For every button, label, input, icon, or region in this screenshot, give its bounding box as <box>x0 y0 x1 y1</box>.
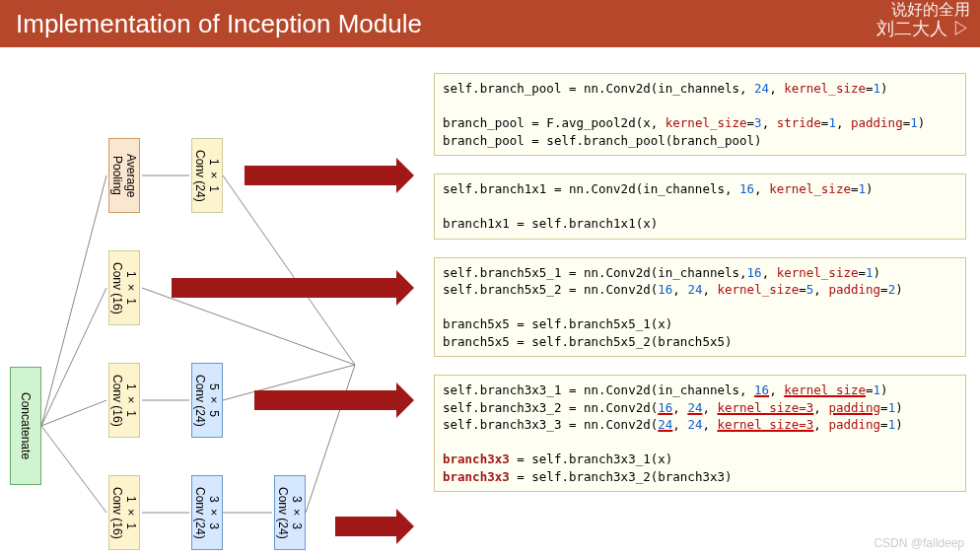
codebox-branch-1x1: self.branch1x1 = nn.Conv2d(in_channels, … <box>434 174 966 240</box>
node-1x1-conv-24: 1 × 1 Conv (24) <box>191 138 223 213</box>
codebox-branch-3x3: self.branch3x3_1 = nn.Conv2d(in_channels… <box>434 375 966 492</box>
watermark-line1: 说好的全用 <box>876 0 970 19</box>
node-1x1-conv-16-b: 1 × 1 Conv (16) <box>108 363 140 438</box>
node-3x3-conv-24-b: 3 × 3 Conv (24) <box>274 475 306 550</box>
code-panels: self.branch_pool = nn.Conv2d(in_channels… <box>434 73 980 556</box>
arrow-branch-pool <box>245 166 398 185</box>
arrow-branch-3x3 <box>335 517 398 536</box>
node-1x1-conv-16-a: 1 × 1 Conv (16) <box>108 250 140 325</box>
codebox-branch-pool: self.branch_pool = nn.Conv2d(in_channels… <box>434 73 966 156</box>
slide-title: Implementation of Inception Module <box>16 9 422 39</box>
svg-line-1 <box>41 288 106 426</box>
node-1x1-conv-16-c: 1 × 1 Conv (16) <box>108 475 140 550</box>
svg-line-9 <box>142 288 355 365</box>
arrow-branch-1x1 <box>172 278 398 298</box>
svg-line-8 <box>223 175 355 365</box>
watermark-line2: 刘二大人 ▷ <box>876 19 970 40</box>
csdn-watermark: CSDN @falldeep <box>874 536 964 550</box>
slide-header: Implementation of Inception Module <box>0 0 980 47</box>
svg-line-0 <box>41 175 106 426</box>
inception-diagram: Concatenate Average Pooling 1 × 1 Conv (… <box>0 73 434 556</box>
node-5x5-conv-24: 5 × 5 Conv (24) <box>191 363 223 438</box>
node-average-pooling: Average Pooling <box>108 138 140 213</box>
watermark: 说好的全用 刘二大人 ▷ <box>876 0 970 40</box>
node-3x3-conv-24-a: 3 × 3 Conv (24) <box>191 475 223 550</box>
svg-line-3 <box>41 426 106 513</box>
arrow-branch-5x5 <box>254 390 398 410</box>
code-text: self.branch_pool = nn.Conv2d(in_channels… <box>443 80 957 149</box>
codebox-branch-5x5: self.branch5x5_1 = nn.Conv2d(in_channels… <box>434 257 966 358</box>
code-text: self.branch1x1 = nn.Conv2d(in_channels, … <box>443 180 957 233</box>
node-concatenate: Concatenate <box>10 367 41 485</box>
svg-line-2 <box>41 400 106 426</box>
svg-line-11 <box>306 365 355 513</box>
code-text: self.branch5x5_1 = nn.Conv2d(in_channels… <box>443 264 957 351</box>
code-text: self.branch3x3_1 = nn.Conv2d(in_channels… <box>443 382 957 485</box>
